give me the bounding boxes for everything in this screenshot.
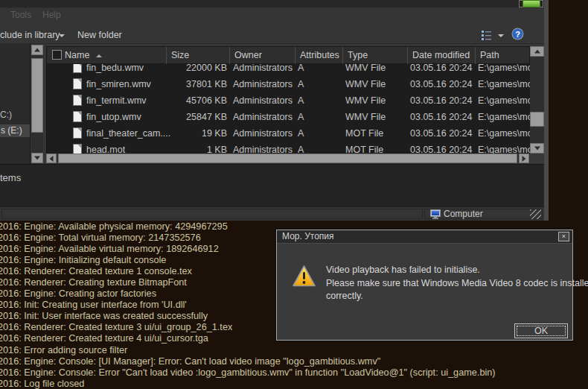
file-icon [74, 79, 81, 89]
cell-name: fin_termit.wmv [86, 92, 147, 109]
search-go-button[interactable] [523, 0, 540, 7]
menu-help[interactable]: Help [42, 10, 61, 20]
view-options-caret[interactable] [498, 34, 504, 37]
dialog-title-bar[interactable]: Мор. Утопия × [277, 230, 572, 244]
status-segment [1, 209, 423, 219]
file-row[interactable]: fin_utop.wmv25847 KBAdministratorsAWMV F… [47, 109, 531, 125]
file-list-header: Name Size Owner Attributes Type Date mod… [46, 46, 530, 64]
cell-size: 37801 KB [166, 76, 227, 92]
status-computer-segment: Computer [424, 209, 543, 219]
cell-date: 03.05.16 20:24 [410, 76, 472, 92]
nav-item-drive-e-selected[interactable]: s (E:) [0, 124, 30, 137]
file-row[interactable]: final_theater_cam....19 KBAdministrators… [47, 125, 531, 142]
cell-owner: Administrators [233, 109, 293, 125]
file-row[interactable]: fin_termit.wmv45706 KBAdministratorsAWMV… [47, 92, 531, 109]
warning-icon [292, 265, 316, 288]
cell-name: fin_utop.wmv [86, 109, 141, 125]
cell-size: 25847 KB [166, 109, 227, 125]
file-icon [74, 128, 81, 138]
cell-attr: A [298, 64, 304, 76]
sort-ascending-icon [96, 54, 102, 57]
file-row[interactable]: fin_bedu.wmv22000 KBAdministratorsAWMV F… [47, 64, 531, 76]
console-log-line: 2016: Engine: Console: Error "Can't load… [0, 367, 588, 379]
nav-item-drive-c[interactable]: C:) [0, 110, 12, 120]
cell-type: WMV File [345, 109, 386, 125]
scroll-thumb[interactable] [31, 58, 43, 133]
details-pane: tems [0, 164, 549, 206]
scroll-thumb[interactable] [530, 112, 544, 127]
dialog-title: Мор. Утопия [282, 230, 334, 243]
cell-path: E:\games\mor-u [478, 125, 530, 142]
cell-name: head.mot [86, 142, 125, 154]
file-list: fin_bedu.wmv22000 KBAdministratorsAWMV F… [46, 64, 531, 154]
dialog-message-line: Video playback has failed to initialise. [326, 264, 588, 277]
cell-attr: A [298, 109, 304, 125]
cell-path: E:\games\mor-u [478, 76, 530, 92]
scroll-down-button[interactable] [31, 153, 43, 163]
cell-owner: Administrators [233, 125, 293, 142]
ok-button[interactable]: OK [514, 323, 568, 338]
change-view-icon[interactable] [481, 30, 492, 40]
cell-size: 1 KB [166, 142, 227, 154]
column-header-attributes[interactable]: Attributes [295, 47, 342, 64]
console-log-line: 2016: Log file closed [0, 379, 588, 389]
list-horizontal-scrollbar[interactable] [46, 154, 529, 163]
cell-attr: A [298, 142, 304, 154]
resize-grip[interactable] [530, 209, 541, 219]
items-count-text: tems [0, 172, 21, 183]
scroll-left-button[interactable] [46, 154, 57, 163]
scroll-down-button[interactable] [530, 143, 544, 154]
column-header-date-modified[interactable]: Date modified [407, 47, 475, 64]
list-vertical-scrollbar[interactable] [530, 46, 544, 154]
scroll-up-button[interactable] [31, 45, 43, 55]
column-header-path[interactable]: Path [475, 47, 530, 64]
cell-type: MOT File [345, 142, 383, 154]
cell-attr: A [298, 76, 304, 92]
scroll-up-button[interactable] [530, 46, 544, 57]
cell-date: 03.05.16 20:24 [410, 109, 472, 125]
cell-path: E:\games\mor-u [478, 92, 530, 109]
chevron-down-icon[interactable] [59, 34, 65, 37]
dialog-message-line: Please make sure that Windows Media Vide… [326, 277, 588, 291]
column-header-size[interactable]: Size [166, 47, 229, 64]
file-row[interactable]: head.mot1 KBAdministratorsAMOT File03.05… [47, 142, 531, 154]
scroll-thumb[interactable] [58, 154, 517, 163]
cell-path: E:\games\mor-u [478, 64, 530, 76]
column-header-owner[interactable]: Owner [229, 47, 295, 64]
cell-date: 03.05.16 20:24 [410, 125, 472, 142]
scroll-right-button[interactable] [519, 154, 529, 163]
toolbar-separator [0, 43, 549, 44]
close-icon[interactable]: × [558, 232, 569, 241]
include-in-library-button[interactable]: clude in library [0, 30, 60, 40]
cell-type: WMV File [345, 76, 386, 92]
nav-scrollbar[interactable] [31, 43, 43, 163]
help-icon[interactable]: ? [511, 28, 524, 40]
cell-path: E:\games\mor-u [478, 142, 530, 154]
error-dialog: Мор. Утопия × Video playback has failed … [276, 230, 573, 341]
computer-icon [430, 209, 441, 219]
cell-owner: Administrators [233, 76, 293, 92]
cell-date: 03.05.16 20:24 [410, 142, 472, 154]
window-right-edge [544, 0, 549, 221]
dialog-message: Video playback has failed to initialise.… [326, 264, 588, 303]
new-folder-button[interactable]: New folder [77, 30, 122, 40]
file-row[interactable]: fin_smiren.wmv37801 KBAdministratorsAWMV… [47, 76, 531, 92]
file-icon [74, 64, 81, 72]
cell-path: E:\games\mor-u [478, 109, 530, 125]
window-top-strip [0, 0, 549, 8]
cell-attr: A [298, 125, 304, 142]
select-all-checkbox[interactable] [52, 50, 62, 60]
computer-label: Computer [444, 209, 483, 219]
column-header-name[interactable]: Name [47, 47, 166, 64]
console-log-line: 2016: Error adding source filter [0, 345, 588, 356]
column-header-type[interactable]: Type [342, 47, 407, 64]
cell-owner: Administrators [233, 142, 293, 154]
scrollbar-corner [530, 154, 544, 163]
cell-name: fin_smiren.wmv [86, 76, 151, 92]
cell-name: fin_bedu.wmv [86, 64, 144, 76]
file-icon [74, 95, 81, 105]
console-log-line: 2016: Engine: Console: [UI Manager]: Err… [0, 356, 588, 367]
file-icon [74, 112, 81, 121]
menu-tools[interactable]: Tools [10, 10, 31, 20]
screen: { "explorer": { "menu": { "tools": "Tool… [0, 0, 588, 389]
